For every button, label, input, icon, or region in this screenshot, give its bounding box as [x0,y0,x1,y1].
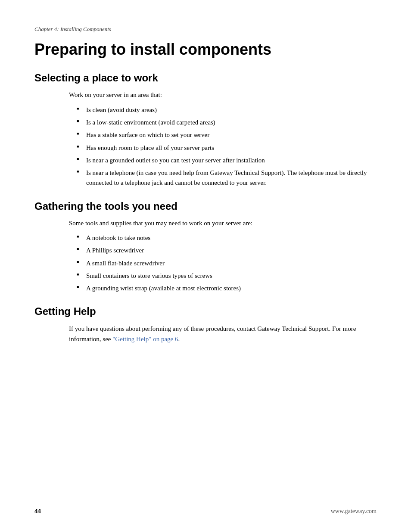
section1-intro: Work on your server in an area that: [69,90,377,100]
page-title: Preparing to install components [34,40,377,58]
list-item: Is near a telephone (in case you need he… [78,168,377,188]
section-getting-help: Getting Help If you have questions about… [34,305,377,344]
section3-text-after: . [178,336,180,342]
list-item: Is a low-static environment (avoid carpe… [78,118,377,128]
footer-page-number: 44 [34,507,41,515]
section3-text-before: If you have questions about performing a… [69,325,356,342]
section3-title: Getting Help [34,305,377,317]
list-item: A small flat-blade screwdriver [78,258,377,268]
section-gathering-tools: Gathering the tools you need Some tools … [34,200,377,294]
section1-title: Selecting a place to work [34,72,377,84]
footer: 44 www.gateway.com [34,507,377,515]
section3-paragraph: If you have questions about performing a… [69,324,377,344]
chapter-label: Chapter 4: Installing Components [34,26,377,33]
list-item: Small containers to store various types … [78,271,377,281]
list-item: A grounding wrist strap (available at mo… [78,283,377,293]
list-item: A Phillips screwdriver [78,246,377,255]
section1-bullet-list: Is clean (avoid dusty areas) Is a low-st… [78,105,377,188]
page: Chapter 4: Installing Components Prepari… [0,0,411,532]
list-item: Is clean (avoid dusty areas) [78,105,377,115]
list-item: Is near a grounded outlet so you can tes… [78,156,377,165]
section2-intro: Some tools and supplies that you may nee… [69,218,377,228]
section2-title: Gathering the tools you need [34,200,377,212]
getting-help-link[interactable]: "Getting Help" on page 6 [112,336,178,342]
section2-bullet-list: A notebook to take notes A Phillips scre… [78,233,377,293]
footer-url: www.gateway.com [331,508,377,515]
list-item: Has a stable surface on which to set you… [78,130,377,140]
section-selecting-place: Selecting a place to work Work on your s… [34,72,377,188]
list-item: Has enough room to place all of your ser… [78,143,377,153]
list-item: A notebook to take notes [78,233,377,243]
